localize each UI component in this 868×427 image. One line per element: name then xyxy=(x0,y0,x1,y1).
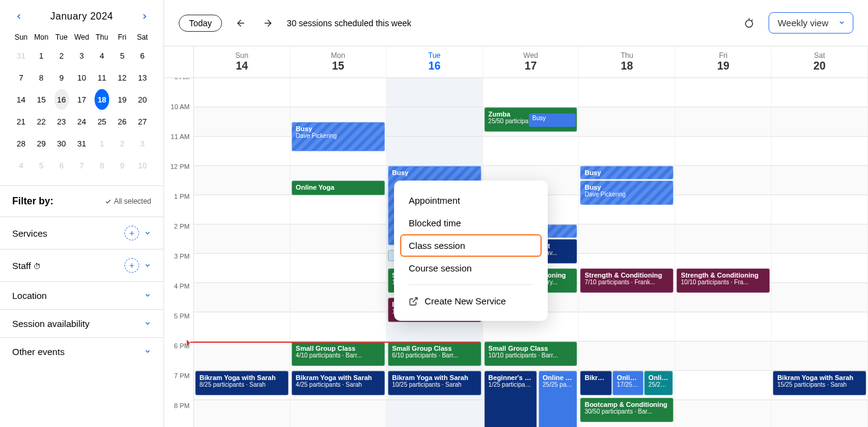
calendar-event[interactable]: Bikram Yoga with Sarah15/25 participants… xyxy=(773,371,866,395)
day-header[interactable]: Sat20 xyxy=(772,46,868,77)
day-header[interactable]: Tue16 xyxy=(387,46,483,77)
mini-cal-prev-icon[interactable] xyxy=(12,10,26,23)
mini-cal-day[interactable]: 15 xyxy=(34,89,49,110)
mini-cal-day[interactable]: 3 xyxy=(135,133,149,154)
calendar-event[interactable]: Bikram Yoga with Sarah10/25 participants… xyxy=(388,371,481,395)
mini-cal-day[interactable]: 9 xyxy=(115,155,129,176)
calendar-event[interactable]: Strength & Conditioning10/10 participant… xyxy=(676,268,770,293)
mini-cal-day[interactable]: 31 xyxy=(74,133,89,154)
ctx-item[interactable]: Create New Service xyxy=(400,290,542,312)
mini-cal-day[interactable]: 6 xyxy=(54,155,69,176)
mini-cal-day[interactable]: 2 xyxy=(115,133,129,154)
mini-cal-day[interactable]: 10 xyxy=(74,67,89,88)
mini-cal-day[interactable]: 30 xyxy=(54,133,69,154)
day-column[interactable]: Bikram Yoga with Sarah15/25 participants… xyxy=(772,78,868,427)
filter-row[interactable]: Location xyxy=(0,281,163,309)
mini-cal-day[interactable]: 27 xyxy=(135,111,149,132)
calendar-event[interactable]: Online Yoga17/25 part... xyxy=(612,371,643,395)
mini-cal-day[interactable]: 31 xyxy=(14,45,29,66)
day-column[interactable]: BusyDave PickeringOnline YogaSmall Group… xyxy=(290,78,387,427)
sidebar: January 2024 SunMonTueWedThuFriSat311234… xyxy=(0,0,164,427)
mini-cal-day[interactable]: 4 xyxy=(95,45,109,66)
mini-cal-day[interactable]: 23 xyxy=(54,111,69,132)
today-button[interactable]: Today xyxy=(179,15,222,32)
mini-cal-day[interactable]: 11 xyxy=(95,67,109,88)
calendar-event[interactable]: Small Group Class6/10 participants · Bar… xyxy=(388,342,481,366)
next-week-icon[interactable] xyxy=(260,15,276,31)
mini-cal-day[interactable]: 3 xyxy=(74,45,89,66)
mini-cal-day[interactable]: 1 xyxy=(95,133,109,154)
mini-cal-day[interactable]: 5 xyxy=(115,45,129,66)
mini-cal-day[interactable]: 5 xyxy=(34,155,49,176)
calendar-event[interactable]: Online Yoga xyxy=(292,181,385,195)
mini-cal-day[interactable]: 22 xyxy=(34,111,49,132)
calendar-event[interactable]: Bikram Yoga with Sarah xyxy=(580,371,612,395)
mini-cal-day[interactable]: 9 xyxy=(54,67,69,88)
day-column[interactable]: BusyBusyDave PickeringStrength & Conditi… xyxy=(579,78,675,427)
chevron-down-icon[interactable] xyxy=(144,318,151,329)
mini-cal-day[interactable]: 2 xyxy=(54,45,69,66)
mini-cal-day[interactable]: 25 xyxy=(95,111,109,132)
filter-row[interactable]: Session availability xyxy=(0,309,163,337)
calendar-event[interactable]: BusyDave Pickering xyxy=(580,181,673,205)
mini-cal-day[interactable]: 10 xyxy=(135,155,149,176)
mini-cal-day[interactable]: 13 xyxy=(135,67,149,88)
calendar-event[interactable]: Online Yoga25/25 part... xyxy=(539,371,578,427)
ctx-item[interactable]: Course session xyxy=(400,257,542,279)
mini-cal-day[interactable]: 8 xyxy=(34,67,49,88)
view-select[interactable]: Weekly view xyxy=(769,12,853,34)
day-header[interactable]: Wed17 xyxy=(483,46,579,77)
add-filter-icon[interactable]: + xyxy=(124,258,139,273)
calendar-event[interactable]: Bootcamp & Conditioning30/50 participant… xyxy=(580,398,673,422)
mini-cal-day[interactable]: 26 xyxy=(115,111,129,132)
chevron-down-icon[interactable] xyxy=(144,228,151,239)
calendar-event[interactable]: Busy xyxy=(580,166,673,179)
day-header[interactable]: Mon15 xyxy=(290,46,387,77)
mini-cal-day[interactable]: 21 xyxy=(14,111,29,132)
mini-cal-day[interactable]: 1 xyxy=(34,45,49,66)
mini-cal-day[interactable]: 24 xyxy=(74,111,89,132)
calendar-event[interactable]: Bikram Yoga with Sarah4/25 participants … xyxy=(292,371,385,395)
calendar-event[interactable]: Small Group Class4/10 participants · Bar… xyxy=(292,342,385,366)
filter-row[interactable]: Services+ xyxy=(0,217,163,249)
calendar-event[interactable]: Online Yoga25/25... xyxy=(644,371,673,395)
day-header[interactable]: Sun14 xyxy=(194,46,290,77)
ctx-item[interactable]: Blocked time xyxy=(400,212,542,234)
calendar-event[interactable]: Bikram Yoga with Sarah8/25 participants … xyxy=(195,371,289,395)
all-selected-label[interactable]: All selected xyxy=(105,197,151,206)
mini-cal-day[interactable]: 4 xyxy=(14,155,29,176)
calendar-event[interactable]: Small Group Class10/10 participants · Ba… xyxy=(484,342,578,366)
mini-cal-day[interactable]: 20 xyxy=(135,89,149,110)
calendar-event[interactable]: Strength & Conditioning7/10 participants… xyxy=(580,268,673,293)
chevron-down-icon[interactable] xyxy=(144,346,151,357)
filter-row[interactable]: Staff ⏱+ xyxy=(0,249,163,281)
chevron-down-icon[interactable] xyxy=(144,290,151,301)
mini-cal-day[interactable]: 19 xyxy=(115,89,129,110)
prev-week-icon[interactable] xyxy=(233,15,249,31)
notification-icon[interactable] xyxy=(741,15,758,32)
mini-cal-day[interactable]: 12 xyxy=(115,67,129,88)
mini-cal-day[interactable]: 14 xyxy=(14,89,29,110)
day-header[interactable]: Thu18 xyxy=(579,46,675,77)
add-filter-icon[interactable]: + xyxy=(124,226,139,240)
filter-row[interactable]: Other events xyxy=(0,337,163,365)
calendar-event[interactable]: BusyDave Pickering xyxy=(292,122,385,151)
day-header[interactable]: Fri19 xyxy=(675,46,772,77)
day-column[interactable]: Bikram Yoga with Sarah8/25 participants … xyxy=(194,78,290,427)
mini-cal-day[interactable]: 17 xyxy=(74,89,89,110)
mini-cal-day[interactable]: 7 xyxy=(74,155,89,176)
mini-cal-day[interactable]: 7 xyxy=(14,67,29,88)
mini-cal-day[interactable]: 8 xyxy=(95,155,109,176)
chevron-down-icon[interactable] xyxy=(144,260,151,271)
ctx-item[interactable]: Appointment xyxy=(400,189,542,212)
mini-cal-next-icon[interactable] xyxy=(138,10,151,23)
busy-chip[interactable]: Busy xyxy=(529,113,576,127)
calendar-event[interactable]: Beginner's Crossfit1/25 participants xyxy=(484,371,537,427)
mini-cal-day[interactable]: 6 xyxy=(135,45,149,66)
mini-cal-day[interactable]: 29 xyxy=(34,133,49,154)
mini-cal-day[interactable]: 16 xyxy=(54,89,69,110)
mini-cal-day[interactable]: 28 xyxy=(14,133,29,154)
mini-cal-day[interactable]: 18 xyxy=(95,89,109,110)
ctx-item[interactable]: Class session xyxy=(400,234,542,257)
day-column[interactable]: Strength & Conditioning10/10 participant… xyxy=(675,78,772,427)
